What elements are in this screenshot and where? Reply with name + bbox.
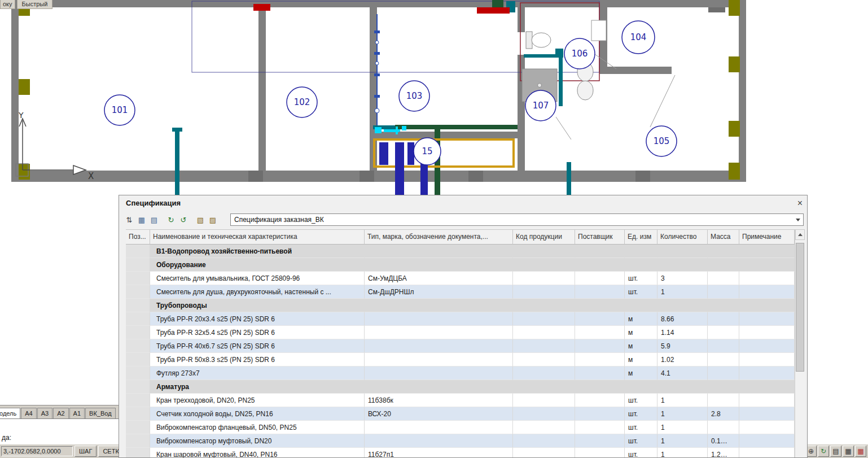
scroll-thumb[interactable] [796,243,804,372]
sort-icon[interactable]: ⇅ [124,214,135,225]
chevron-down-icon[interactable] [793,215,803,225]
room-bubble-102[interactable]: 102 [287,87,317,117]
scroll-up-icon[interactable] [795,229,805,240]
regen-icon[interactable]: ↻ [818,446,829,457]
room-bubble-101[interactable]: 101 [104,95,135,125]
layout-icon[interactable]: ▤ [830,446,841,457]
col-header-qty[interactable]: Количество [657,230,708,245]
cell-mass [708,353,739,367]
refresh-icon[interactable]: ↻ [165,214,177,225]
close-icon[interactable]: × [797,199,803,207]
cell-supplier [575,380,625,394]
cell-mark [365,245,513,258]
cell-pos [126,421,150,434]
cell-supplier [575,394,625,407]
spec-toolbar: ⇅▦▤↻↺▧▨ [124,214,218,225]
panel-toolbar: ⇅▦▤↻↺▧▨ Спецификация заказная_ВК [124,212,804,227]
cell-mark: 11б38бк [365,394,513,407]
cell-note [739,299,795,312]
room-bubble-103[interactable]: 103 [399,81,429,111]
room-bubble-115[interactable]: 15 [414,138,441,165]
statusbar-button-ШАГ[interactable]: ШАГ [74,446,97,457]
layout-tab-ВК_Вод[interactable]: ВК_Вод [85,408,116,419]
layout-tab-А3[interactable]: А3 [37,408,52,419]
tab-quick[interactable]: Быстрый [17,0,53,9]
table-settings-icon[interactable]: ▨ [207,214,218,225]
col-header-pos[interactable]: Поз... [126,230,150,245]
application-window: Y X 101 102 103 104 105 [0,0,868,458]
col-header-unit[interactable]: Ед. изм [625,230,657,245]
cell-qty [657,380,708,394]
cell-mark: ВСХ-20 [365,407,513,421]
col-header-supplier[interactable]: Поставщик [575,230,625,245]
layout-tab-А1[interactable]: А1 [69,408,85,419]
vertical-scrollbar[interactable] [795,229,805,457]
cell-code [513,421,575,434]
cell-note [739,285,795,299]
cell-pos [126,326,150,339]
export-icon[interactable]: ▧ [195,214,206,225]
cell-name: Труба PP-R 20x3.4 s25 (PN 25) SDR 6 [150,312,365,326]
spec-item-row[interactable]: Кран шаровой муфтовый, DN40, PN1611б27п1… [126,448,795,458]
cell-supplier [575,434,625,448]
spec-table-header: Поз... Наименование и техническая характ… [126,229,795,245]
layout-tab-А4[interactable]: А4 [21,408,36,419]
insert-table-icon[interactable]: ▦ [136,214,147,225]
col-header-mass[interactable]: Масса [708,230,739,245]
cell-unit: шт. [625,421,657,434]
command-line[interactable]: да: [0,418,120,444]
table-view-icon[interactable]: ▤ [148,214,160,225]
cell-note [739,367,795,380]
room-bubble-106[interactable]: 106 [564,38,595,69]
room-bubble-105[interactable]: 105 [646,126,677,156]
floor-plan-canvas[interactable]: Y X 101 102 103 104 105 [0,0,868,198]
col-header-note[interactable]: Примечание [739,230,795,245]
cell-code [513,434,575,448]
col-header-name[interactable]: Наименование и техническая характеристик… [150,230,365,245]
cell-mass [708,380,739,394]
combo-value: Спецификация заказная_ВК [234,216,324,224]
spec-section-row[interactable]: Арматура [126,380,795,394]
screen-icon[interactable]: ▦ [843,446,854,457]
cell-supplier [575,285,625,299]
cell-qty: 3 [657,272,708,285]
spec-item-row[interactable]: Смеситель для душа, двухрукояточный, нас… [126,285,795,299]
spec-section-row[interactable]: Трубопроводы [126,299,795,312]
spec-item-row[interactable]: Кран трехходовой, DN20, PN2511б38бкшт.1 [126,394,795,407]
layout-tab-А2[interactable]: А2 [53,408,68,419]
layout-tab-одель[interactable]: одель [0,408,20,419]
spec-item-row[interactable]: Виброкомпенсатор муфтовый, DN20шт.10.1… [126,434,795,448]
coordinates-readout: 3,-1702.0582,0.0000 [1,446,73,456]
tab-partial[interactable]: оку [0,0,15,9]
cell-pos [126,312,150,326]
cell-mark [365,421,513,434]
cell-code [513,326,575,339]
spec-item-row[interactable]: Смеситель для умывальника, ГОСТ 25809-96… [126,272,795,285]
room-bubble-104[interactable]: 104 [622,21,655,54]
spec-section-row[interactable]: Оборудование [126,258,795,272]
cell-qty [657,245,708,258]
cell-unit: м [625,326,657,339]
spec-item-row[interactable]: Труба PP-R 32x5.4 s25 (PN 25) SDR 6м1.14 [126,326,795,339]
spec-item-row[interactable]: Труба PP-R 50x8.3 s25 (PN 25) SDR 6м1.02 [126,353,795,367]
cell-pos [126,272,150,285]
spec-grid-icon[interactable]: ▦ [855,446,866,457]
cell-mark [365,326,513,339]
cell-note [739,353,795,367]
spec-item-row[interactable]: Труба PP-R 40x6.7 s25 (PN 25) SDR 6м5.9 [126,339,795,353]
spec-section-row[interactable]: В1-Водопровод хозяйственно-питьевой [126,245,795,258]
col-header-code[interactable]: Код продукции [513,230,575,245]
spec-item-row[interactable]: Виброкомпенсатор фланцевый, DN50, PN25шт… [126,421,795,434]
cell-code [513,312,575,326]
spec-template-select[interactable]: Спецификация заказная_ВК [230,213,804,226]
spec-item-row[interactable]: Футляр 273x7м4.1 [126,367,795,380]
cell-unit: шт. [625,448,657,458]
cell-name: Трубопроводы [150,299,365,312]
spec-item-row[interactable]: Счетчик холодной воды, DN25, PN16ВСХ-20ш… [126,407,795,421]
spec-item-row[interactable]: Труба PP-R 20x3.4 s25 (PN 25) SDR 6м8.66 [126,312,795,326]
update-icon[interactable]: ↺ [178,214,189,225]
col-header-mark[interactable]: Тип, марка, обозначение документа,... [365,230,513,245]
room-bubble-107[interactable]: 107 [525,90,556,121]
cell-code [513,394,575,407]
cell-mark [365,353,513,367]
